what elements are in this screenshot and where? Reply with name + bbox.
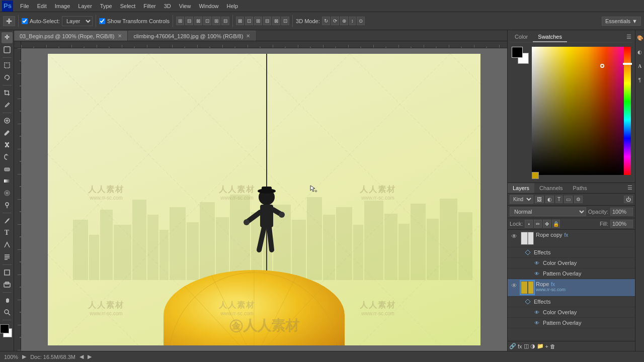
effect-pattern-overlay-rope[interactable]: 👁 Pattern Overlay <box>508 318 635 328</box>
lock-all-btn[interactable]: 🔒 <box>552 220 560 228</box>
layer-vis-rope-copy[interactable]: 👁 <box>510 232 519 241</box>
effect-pattern-overlay-rope-copy[interactable]: 👁 Pattern Overlay <box>508 268 635 279</box>
align-vcenter-btn[interactable]: ⊞ <box>212 17 220 25</box>
lock-pixels-btn[interactable]: ✏ <box>534 220 542 228</box>
paragraph-tool[interactable] <box>2 251 13 262</box>
right-icon-3[interactable]: A <box>634 60 645 71</box>
effect-color-overlay-rope[interactable]: 👁 Color Overlay <box>508 307 635 318</box>
layer-filter-shape-btn[interactable]: ▭ <box>564 196 573 203</box>
menu-view[interactable]: View <box>175 2 195 10</box>
essentials-btn[interactable]: Essentials ▼ <box>602 17 641 26</box>
path-select-tool[interactable] <box>2 239 13 250</box>
dist-h-btn[interactable]: ⊠ <box>236 17 244 25</box>
artboard-tool[interactable] <box>2 44 13 55</box>
tab-climbing[interactable]: climbing-476064_1280.jpg @ 100% (RGB/8) … <box>128 31 256 41</box>
dodge-tool[interactable] <box>2 200 13 211</box>
layer-filter-kind-btn[interactable]: 🖼 <box>535 196 544 203</box>
menu-filter[interactable]: Filter <box>139 2 159 10</box>
dist-6-btn[interactable]: ⊡ <box>281 17 289 25</box>
effect-color-overlay-rope-copy[interactable]: 👁 Color Overlay <box>508 258 635 268</box>
tab-close-0[interactable]: ✕ <box>118 33 122 39</box>
heal-tool[interactable] <box>2 115 13 126</box>
tab-color[interactable]: Color <box>510 32 533 42</box>
3d-roll-btn[interactable]: ⟳ <box>331 17 339 25</box>
fill-input[interactable] <box>610 220 633 228</box>
fg-color-swatch[interactable] <box>512 47 523 58</box>
new-adjustment-btn[interactable]: ◑ <box>530 343 535 349</box>
nav-arrow-left[interactable]: ◀ <box>79 353 84 360</box>
align-top-btn[interactable]: ⊡ <box>203 17 211 25</box>
right-icon-2[interactable]: ◐ <box>634 46 645 57</box>
layer-filter-select[interactable]: Kind <box>510 195 533 204</box>
dist-v-btn[interactable]: ⊡ <box>245 17 253 25</box>
marquee-tool[interactable] <box>2 60 13 71</box>
nav-arrow-right[interactable]: ▶ <box>88 353 92 360</box>
hue-bar[interactable] <box>624 47 631 175</box>
effect-vis-color-overlay-2[interactable]: 👁 <box>533 308 541 316</box>
text-tool[interactable]: T <box>2 227 13 238</box>
layer-filter-type-btn[interactable]: T <box>555 196 562 203</box>
lock-position-btn[interactable]: ✥ <box>543 220 551 228</box>
brush-tool[interactable] <box>2 127 13 138</box>
clone-stamp-tool[interactable] <box>2 139 13 150</box>
tab-channels[interactable]: Channels <box>534 183 568 193</box>
tab-swatches[interactable]: Swatches <box>533 32 567 42</box>
eyedropper-tool[interactable] <box>2 100 13 111</box>
add-style-btn[interactable]: fx <box>518 343 522 349</box>
menu-image[interactable]: Image <box>51 2 74 10</box>
crop-tool[interactable] <box>2 87 13 99</box>
add-mask-btn[interactable]: ◫ <box>524 343 529 349</box>
right-icon-4[interactable]: ¶ <box>634 74 645 85</box>
effect-vis-color-overlay-1[interactable]: 👁 <box>533 259 541 267</box>
menu-window[interactable]: Window <box>195 2 222 10</box>
auto-select-dropdown[interactable]: Layer Group <box>62 16 93 26</box>
menu-edit[interactable]: Edit <box>33 2 51 10</box>
layer-item-rope[interactable]: 👁 Rope fx www.rr-sc.com <box>508 279 635 297</box>
menu-file[interactable]: File <box>16 2 33 10</box>
blend-mode-select[interactable]: Normal Multiply Screen <box>510 207 586 216</box>
layer-filter-smart-btn[interactable]: ⚙ <box>574 196 583 203</box>
new-layer-btn[interactable]: + <box>545 343 548 349</box>
align-bottom-btn[interactable]: ⊟ <box>221 17 229 25</box>
3d-pan-btn[interactable]: ⊕ <box>340 17 348 25</box>
color-picker[interactable] <box>510 45 633 180</box>
3d-zoom-btn[interactable]: ⊙ <box>357 17 365 25</box>
custom-shape-tool[interactable] <box>2 279 13 290</box>
zoom-tool[interactable] <box>2 307 13 318</box>
eraser-tool[interactable] <box>2 163 13 174</box>
effect-vis-pattern-overlay-2[interactable]: 👁 <box>533 319 541 327</box>
fg-bg-color[interactable] <box>0 324 14 340</box>
tab-layers[interactable]: Layers <box>508 183 534 193</box>
effect-vis-pattern-overlay-1[interactable]: 👁 <box>533 269 541 278</box>
sub-effects-rope-copy[interactable]: Effects <box>508 247 635 258</box>
menu-select[interactable]: Select <box>116 2 140 10</box>
layer-item-rope-copy[interactable]: 👁 Rope copy fx <box>508 230 635 247</box>
dist-4-btn[interactable]: ⊟ <box>263 17 271 25</box>
3d-slide-btn[interactable]: ↕ <box>349 17 356 25</box>
main-canvas[interactable]: 人人素材 www.rr-sc.com 人人素材 www.rr-sc.com 人人… <box>21 48 507 351</box>
tab-close-1[interactable]: ✕ <box>246 33 250 39</box>
tab-rope-begin[interactable]: 03_Begin.psd @ 100% (Rope, RGB/8) ✕ <box>14 31 127 41</box>
gradient-tool[interactable] <box>2 175 13 187</box>
align-center-btn[interactable]: ⊟ <box>185 17 193 25</box>
zoom-arrow[interactable]: ▶ <box>22 353 26 360</box>
color-gradient-field[interactable] <box>532 47 625 175</box>
new-group-btn[interactable]: 📁 <box>537 343 544 349</box>
auto-select-checkbox[interactable]: Auto-Select: <box>22 18 60 24</box>
show-transform-checkbox[interactable]: Show Transform Controls <box>99 18 170 24</box>
sub-effects-rope[interactable]: Effects <box>508 297 635 307</box>
menu-layer[interactable]: Layer <box>74 2 96 10</box>
move-tool-btn[interactable] <box>3 16 15 26</box>
dist-5-btn[interactable]: ⊠ <box>272 17 280 25</box>
delete-layer-btn[interactable]: 🗑 <box>550 343 555 349</box>
blur-tool[interactable] <box>2 188 13 199</box>
pen-tool[interactable] <box>2 215 13 226</box>
menu-3d[interactable]: 3D <box>160 2 175 10</box>
move-tool[interactable] <box>2 32 13 43</box>
color-panel-menu[interactable]: ☰ <box>625 32 633 42</box>
align-left-btn[interactable]: ⊞ <box>176 17 184 25</box>
shape-tool[interactable] <box>2 267 13 278</box>
lock-transparent-btn[interactable]: ▪ <box>525 220 533 228</box>
history-brush-tool[interactable] <box>2 151 13 162</box>
layer-filter-adj-btn[interactable]: ◐ <box>545 196 554 203</box>
